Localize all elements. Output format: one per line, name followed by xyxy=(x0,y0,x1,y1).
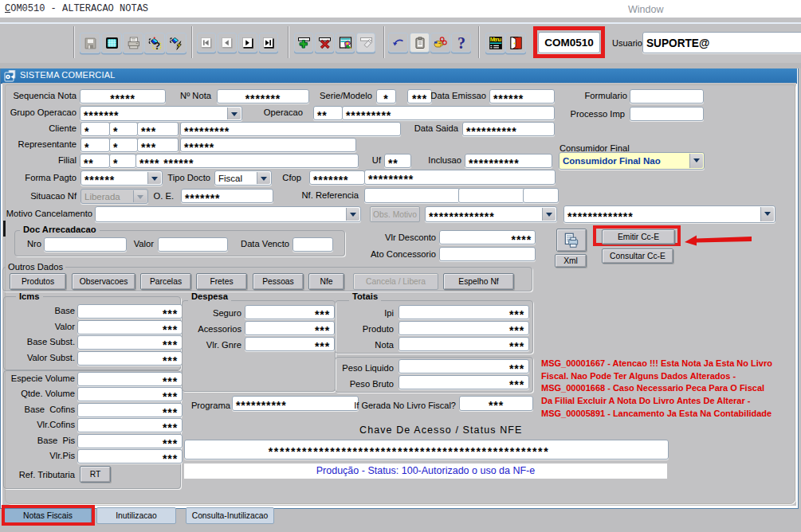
svg-text:?: ? xyxy=(457,35,465,51)
svg-text:?: ? xyxy=(154,39,160,51)
svg-text:Menu: Menu xyxy=(489,36,501,43)
